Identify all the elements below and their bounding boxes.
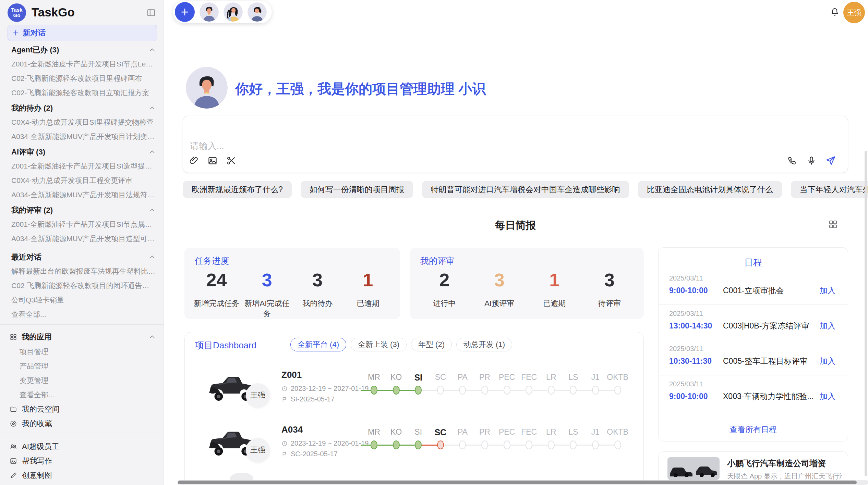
sidebar-app-item[interactable]: 查看全部... [0, 388, 164, 402]
sidebar-app-item[interactable]: 项目管理 [0, 345, 164, 359]
milestone-dot[interactable] [459, 440, 466, 449]
session-avatar-1[interactable] [200, 2, 219, 22]
horizontal-scrollbar-thumb[interactable] [178, 481, 857, 484]
milestone-dot[interactable] [415, 440, 422, 449]
bell-icon[interactable] [830, 7, 840, 17]
dashboard-tab[interactable]: 全新平台 (4) [290, 338, 346, 351]
milestone-dot[interactable] [548, 386, 555, 395]
project-code[interactable]: Z001 [281, 370, 302, 380]
sidebar-section-header[interactable]: 我的应用 [0, 329, 164, 345]
milestone-dot[interactable] [548, 440, 555, 449]
milestone-dot[interactable] [570, 440, 577, 449]
milestone-dot[interactable] [371, 440, 377, 449]
milestone-dot[interactable] [504, 440, 510, 449]
sidebar: Task Go TaskGo 新对话 Agent已办 (3)Z001-全新燃油皮… [0, 0, 164, 485]
mic-icon[interactable] [806, 155, 817, 166]
sidebar-item[interactable]: C02-飞腾新能源轻客改款项目里程碑画布 [0, 71, 164, 86]
sidebar-app-item[interactable]: 产品管理 [0, 359, 164, 373]
milestone-dot[interactable] [592, 386, 599, 395]
milestone-dot[interactable] [614, 440, 621, 449]
schedule-event-name: C003|H0B-方案冻结评审 [723, 321, 816, 331]
sidebar-section-header[interactable]: 最近对话 [0, 250, 164, 264]
dashboard-tab[interactable]: 全新上装 (3) [351, 338, 407, 351]
chevron-up-icon [148, 46, 156, 54]
schedule-join-link[interactable]: 加入 [820, 391, 835, 402]
vertical-scrollbar-thumb[interactable] [865, 151, 867, 476]
attachment-icon[interactable] [189, 155, 200, 166]
sidebar-item[interactable]: Z001-全新燃油皮卡产品开发项目SI节点Lesson Learn报告 [0, 57, 164, 71]
milestone-dot[interactable] [415, 386, 422, 395]
suggestion-chip[interactable]: 如何写一份清晰的项目周报 [301, 181, 413, 198]
sidebar-item[interactable]: 查看全部... [0, 307, 164, 322]
milestone-dot[interactable] [481, 440, 488, 449]
sidebar-item[interactable]: C02-飞腾新能源轻客改款项目立项汇报方案 [0, 86, 164, 100]
sidebar-section-header[interactable]: AI评审 (3) [0, 145, 164, 159]
stat-label: 已逾期 [527, 298, 582, 309]
sidebar-item[interactable]: A034-全新新能源MUV产品开发项目法规符合性评审 [0, 188, 164, 202]
sidebar-link-folder[interactable]: 我的云空间 [0, 402, 164, 416]
plus-icon [12, 29, 20, 37]
chevron-up-icon [148, 333, 156, 341]
composer-left-icons [189, 155, 237, 166]
sidebar-section-header[interactable]: Agent已办 (3) [0, 43, 164, 57]
sidebar-item[interactable]: Z001-全新燃油轻卡产品开发项目SI节点属性5D文件评审 [0, 217, 164, 232]
milestone-dot[interactable] [570, 386, 577, 395]
schedule-join-link[interactable]: 加入 [820, 321, 835, 331]
milestone-dot[interactable] [526, 386, 532, 395]
suggestion-chip[interactable]: 当下年轻人对汽车外观有怎样的喜好趋势 [791, 181, 868, 198]
composer-placeholder: 请输入... [190, 140, 224, 152]
sidebar-tool-image[interactable]: 帮我写作 [0, 454, 164, 468]
sidebar-link-star[interactable]: 我的收藏 [0, 416, 164, 431]
new-chat-button[interactable]: 新对话 [8, 25, 157, 41]
dashboard-tab[interactable]: 年型 (2) [411, 338, 452, 351]
user-avatar[interactable]: 王强 [843, 2, 865, 23]
recent-conversations-section: 最近对话解释最新出台的欧盟报废车法规再生塑料比例被调至15%...C02-飞腾新… [0, 250, 164, 322]
sidebar-item[interactable]: 解释最新出台的欧盟报废车法规再生塑料比例被调至15%... [0, 264, 164, 278]
sidebar-item[interactable]: C0X4-动力总成开发项目工程变更评审 [0, 173, 164, 188]
send-icon[interactable] [825, 155, 836, 166]
milestone-dot[interactable] [526, 440, 532, 449]
schedule-join-link[interactable]: 加入 [820, 285, 835, 296]
sidebar-item[interactable]: A034-全新新能源MUV产品开发项目造型可行性评审 [0, 232, 164, 246]
milestone-dot[interactable] [437, 386, 444, 395]
schedule-join-link[interactable]: 加入 [820, 356, 835, 366]
suggestion-chip[interactable]: 比亚迪全固态电池计划具体说了什么 [638, 181, 782, 198]
phone-icon[interactable] [787, 155, 798, 166]
dashboard-tab[interactable]: 动总开发 (1) [456, 338, 512, 351]
milestone-dot[interactable] [614, 386, 621, 395]
session-avatar-2[interactable] [224, 2, 243, 22]
milestone-dot[interactable] [437, 440, 444, 449]
sidebar-app-item[interactable]: 变更管理 [0, 373, 164, 388]
sidebar-section-header[interactable]: 我的待办 (2) [0, 101, 164, 115]
milestone-dot[interactable] [393, 386, 400, 395]
grid-layout-icon[interactable] [828, 220, 838, 229]
message-composer[interactable]: 请输入... [183, 116, 848, 173]
app-logo-text-top: Task [11, 7, 22, 13]
sidebar-tool-people[interactable]: AI超级员工 [0, 439, 164, 454]
session-avatar-3[interactable] [248, 2, 267, 22]
sidebar-item[interactable]: 公司Q3轻卡销量 [0, 293, 164, 307]
chevron-up-icon [148, 253, 156, 261]
schedule-view-all-link[interactable]: 查看所有日程 [659, 424, 848, 435]
milestone-dot[interactable] [393, 440, 400, 449]
new-session-button[interactable] [175, 2, 195, 22]
sidebar-collapse-icon[interactable] [146, 8, 156, 18]
sidebar-section-header[interactable]: 我的评审 (2) [0, 203, 164, 217]
sidebar-item[interactable]: C02-飞腾新能源轻客改款项目的闭环通告反馈情况 [0, 278, 164, 293]
milestone-dot[interactable] [459, 386, 466, 395]
milestone-dot[interactable] [504, 386, 510, 395]
sidebar-tool-pen[interactable]: 创意制图 [0, 468, 164, 483]
milestone-dot[interactable] [592, 440, 599, 449]
suggestion-chip[interactable]: 欧洲新规最近颁布了什么? [183, 181, 292, 198]
milestone-dot[interactable] [481, 386, 488, 395]
sidebar-tool-label: 创意制图 [22, 470, 52, 481]
image-icon[interactable] [207, 155, 218, 166]
sidebar-item[interactable]: C0X4-动力总成开发项目SI里程碑提交物检查 [0, 115, 164, 129]
sidebar-tool-label: AI超级员工 [22, 442, 59, 452]
sidebar-item[interactable]: Z001-全新燃油轻卡产品开发项目SI造型提交物评审 [0, 159, 164, 173]
project-code[interactable]: A034 [281, 424, 303, 435]
milestone-dot[interactable] [371, 386, 377, 395]
suggestion-chip[interactable]: 特朗普可能对进口汽车增税会对中国车企造成哪些影响 [422, 181, 629, 198]
scissors-icon[interactable] [226, 155, 237, 166]
sidebar-item[interactable]: A034-全新新能源MUV产品开发项目计划变更表编写 [0, 129, 164, 144]
